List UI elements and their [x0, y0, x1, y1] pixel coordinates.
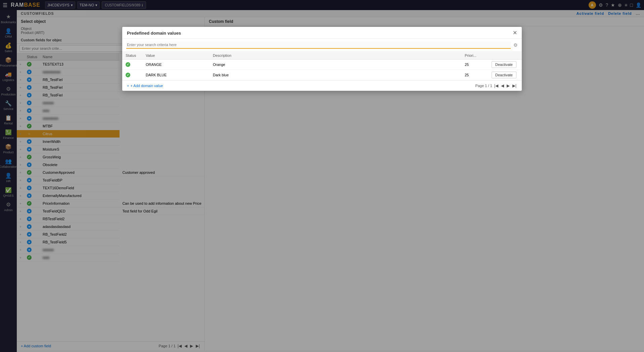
modal-next-last-button[interactable]: ▶| [512, 83, 517, 89]
modal-header: Predefined domain values ✕ [122, 27, 522, 39]
domain-priority-cell: 25 [461, 70, 488, 80]
modal-close-button[interactable]: ✕ [513, 30, 517, 36]
modal-search-settings-icon[interactable]: ⚙ [513, 42, 518, 48]
add-domain-value-button[interactable]: + + Add domain value [127, 84, 163, 88]
modal-page-info: Page 1 / 1 [475, 84, 492, 88]
modal-body: Status Value Description Priori... ✓ORAN… [122, 52, 522, 80]
modal-col-action [488, 52, 522, 60]
modal-overlay: Predefined domain values ✕ ⚙ Status Valu… [0, 0, 644, 352]
domain-values-table: Status Value Description Priori... ✓ORAN… [122, 52, 522, 80]
modal-col-description: Description [210, 52, 461, 60]
add-domain-label: + Add domain value [130, 84, 163, 88]
modal-table-row[interactable]: ✓ORANGEOrange25Deactivate [122, 60, 522, 70]
modal-page-navigation: Page 1 / 1 |◀ ◀ ▶ ▶| [475, 83, 517, 89]
domain-value-cell: DARK BLUE [142, 70, 210, 80]
predefined-domain-values-modal: Predefined domain values ✕ ⚙ Status Valu… [122, 27, 522, 91]
modal-search-input[interactable] [126, 41, 511, 49]
add-domain-icon: + [127, 84, 129, 88]
modal-prev-button[interactable]: ◀ [500, 83, 505, 89]
modal-title: Predefined domain values [127, 31, 181, 36]
modal-col-priority: Priori... [461, 52, 488, 60]
modal-prev-first-button[interactable]: |◀ [494, 83, 499, 89]
domain-desc-cell: Orange [210, 60, 461, 70]
domain-value-cell: ORANGE [142, 60, 210, 70]
modal-col-status: Status [122, 52, 142, 60]
modal-table-row[interactable]: ✓DARK BLUEDark blue25Deactivate [122, 70, 522, 80]
domain-desc-cell: Dark blue [210, 70, 461, 80]
modal-status-dot: ✓ [126, 73, 130, 77]
modal-status-dot: ✓ [126, 62, 130, 67]
modal-footer: + + Add domain value Page 1 / 1 |◀ ◀ ▶ ▶… [122, 80, 522, 91]
deactivate-button[interactable]: Deactivate [492, 72, 516, 78]
modal-next-button[interactable]: ▶ [506, 83, 510, 89]
deactivate-button[interactable]: Deactivate [492, 61, 516, 68]
modal-col-value: Value [142, 52, 210, 60]
domain-priority-cell: 25 [461, 60, 488, 70]
modal-search-bar: ⚙ [122, 39, 522, 52]
